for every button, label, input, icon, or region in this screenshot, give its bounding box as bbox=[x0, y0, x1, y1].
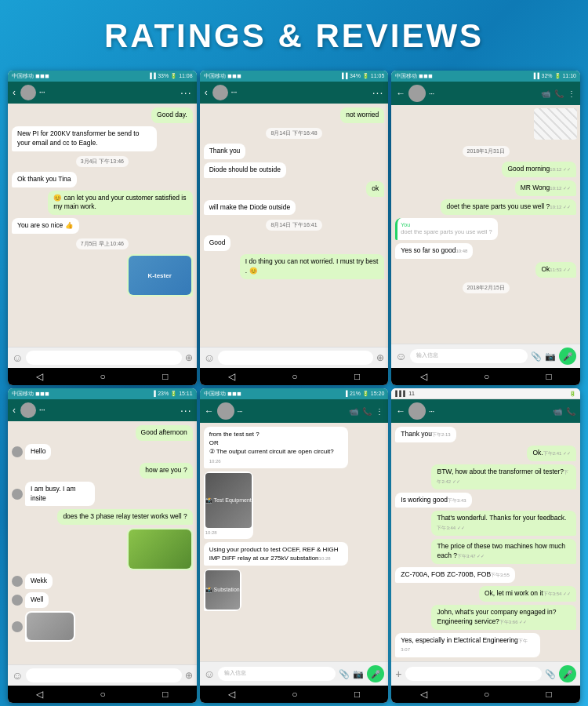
chat-body-1: Good day. New PI for 200KV transformer b… bbox=[8, 104, 197, 347]
nav-back-3[interactable]: ◁ bbox=[420, 371, 427, 382]
msg-4-3: how are you ? bbox=[140, 463, 192, 479]
header-icons-6: 📹 📞 bbox=[553, 407, 575, 416]
nav-recent-2[interactable]: □ bbox=[354, 371, 360, 382]
product-img bbox=[534, 108, 577, 140]
camera-icon-5[interactable]: 📷 bbox=[353, 669, 364, 679]
carrier-5: 中国移动 ◼◼◼ bbox=[204, 390, 241, 398]
date-2-2: 8月14日 下午16:41 bbox=[266, 220, 321, 231]
nav-bar-1: ◁ ○ □ bbox=[8, 368, 197, 385]
nav-home-2[interactable]: ○ bbox=[292, 371, 297, 382]
menu-icon-5[interactable]: ⋮ bbox=[376, 407, 383, 416]
mic-btn-5[interactable]: 🎤 bbox=[367, 665, 384, 682]
input-field-5[interactable]: 输入信息 bbox=[218, 667, 336, 681]
mic-btn-6[interactable]: 🎤 bbox=[559, 665, 576, 682]
nav-back-2[interactable]: ◁ bbox=[228, 371, 235, 382]
nav-recent-6[interactable]: □ bbox=[546, 689, 552, 700]
back-arrow-2[interactable]: ‹ bbox=[205, 87, 208, 98]
attach-btn-1[interactable]: ⊕ bbox=[185, 352, 193, 363]
nav-back-5[interactable]: ◁ bbox=[228, 689, 235, 700]
menu-icon-3[interactable]: ⋮ bbox=[568, 89, 575, 98]
nav-bar-2: ◁ ○ □ bbox=[200, 368, 389, 385]
emoji-btn-2[interactable]: ☺ bbox=[204, 351, 215, 364]
avatar-4 bbox=[20, 402, 36, 418]
menu-dots-4[interactable]: ··· bbox=[180, 404, 192, 417]
call-icon-5[interactable]: 📞 bbox=[362, 407, 372, 416]
video-icon-6[interactable]: 📹 bbox=[553, 407, 562, 416]
video-icon-5[interactable]: 📹 bbox=[349, 407, 358, 416]
nav-home-4[interactable]: ○ bbox=[100, 689, 106, 700]
emoji-btn-4[interactable]: ☺ bbox=[12, 669, 23, 682]
back-arrow-1[interactable]: ‹ bbox=[13, 87, 16, 98]
back-arrow-6[interactable]: ← bbox=[396, 406, 405, 417]
input-field-4[interactable] bbox=[26, 668, 181, 682]
emoji-btn-5[interactable]: ☺ bbox=[204, 668, 215, 680]
avatar-sm-4b bbox=[12, 489, 23, 500]
msg-3-1: Good morning10:12 ✓✓ bbox=[502, 162, 576, 177]
attach-icon-3[interactable]: 📎 bbox=[531, 351, 542, 362]
nav-back-6[interactable]: ◁ bbox=[420, 689, 427, 700]
msg-6-5: That's wonderful. Thanks for your feedba… bbox=[431, 511, 576, 536]
msg-6-7: ZC-700A, FOB ZC-700B, FOB下午3:55 bbox=[395, 567, 514, 583]
nav-recent-4[interactable]: □ bbox=[162, 689, 168, 700]
chat-input-4: ☺ ⊕ bbox=[8, 664, 197, 686]
chat-body-5: from the test set ?OR② The output curren… bbox=[200, 423, 389, 661]
msg-4-5: does the 3 phase relay tester works well… bbox=[57, 509, 192, 525]
input-field-3[interactable]: 输入信息 bbox=[410, 349, 528, 363]
msg-1-5: You are so nice 👍 bbox=[12, 218, 79, 234]
msg-5-1: from the test set ?OR② The output curren… bbox=[204, 427, 349, 468]
input-field-6[interactable] bbox=[405, 667, 542, 681]
attach-icon-6[interactable]: 📎 bbox=[545, 669, 556, 679]
phone-screen-5: 中国移动 ◼◼◼ ▌21% 🔋 15:20 ← ··· 📹 📞 ⋮ from t… bbox=[200, 388, 389, 703]
contact-name-1: ··· bbox=[39, 89, 177, 96]
msg-1-4: 😊 can let you and your customer satisfie… bbox=[48, 191, 193, 216]
header-icons-5: 📹 📞 ⋮ bbox=[349, 407, 383, 416]
msg-2-2: Thank you bbox=[204, 144, 246, 159]
call-icon-3[interactable]: 📞 bbox=[554, 89, 564, 98]
msg-6-9: John, what's your company engaged in? En… bbox=[431, 605, 576, 630]
add-btn-6[interactable]: + bbox=[395, 668, 401, 680]
contact-name-6: ··· bbox=[429, 408, 550, 415]
nav-back-1[interactable]: ◁ bbox=[36, 371, 43, 382]
avatar-3 bbox=[408, 85, 426, 102]
chat-header-2: ‹ ··· ··· bbox=[200, 82, 389, 104]
msg-4-img bbox=[127, 528, 193, 570]
attach-btn-2[interactable]: ⊕ bbox=[376, 352, 384, 363]
nav-home-1[interactable]: ○ bbox=[100, 371, 106, 382]
nav-home-5[interactable]: ○ bbox=[292, 689, 297, 700]
call-icon-6[interactable]: 📞 bbox=[566, 407, 575, 416]
emoji-btn-1[interactable]: ☺ bbox=[12, 351, 23, 364]
back-arrow-4[interactable]: ‹ bbox=[13, 405, 16, 416]
msg-6-2: Ok.下午2:41 ✓✓ bbox=[527, 446, 576, 461]
nav-home-3[interactable]: ○ bbox=[484, 371, 489, 382]
nav-bar-3: ◁ ○ □ bbox=[391, 368, 580, 385]
avatar-sm-4d bbox=[12, 595, 23, 606]
back-arrow-5[interactable]: ← bbox=[205, 406, 214, 417]
back-arrow-3[interactable]: ← bbox=[396, 88, 405, 99]
input-field-1[interactable] bbox=[26, 351, 181, 365]
chat-input-5: ☺ 输入信息 📎 📷 🎤 bbox=[200, 661, 389, 686]
avatar-2 bbox=[212, 85, 228, 100]
camera-icon-3[interactable]: 📷 bbox=[545, 351, 556, 362]
time-3: ▌▌32% 🔋 11:10 bbox=[534, 73, 576, 79]
attach-icon-5[interactable]: 📎 bbox=[339, 669, 350, 679]
msg-3-3: doet the spare parts you use well ?10:12… bbox=[441, 199, 576, 215]
nav-back-4[interactable]: ◁ bbox=[36, 689, 43, 700]
nav-bar-5: ◁ ○ □ bbox=[200, 686, 389, 703]
contact-name-4: ··· bbox=[39, 406, 177, 414]
mic-btn-3[interactable]: 🎤 bbox=[559, 348, 576, 365]
nav-recent-5[interactable]: □ bbox=[354, 689, 360, 700]
emoji-btn-3[interactable]: ☺ bbox=[395, 350, 406, 362]
msg-2-6: Good bbox=[204, 235, 231, 251]
menu-dots-2[interactable]: ··· bbox=[372, 86, 384, 99]
attach-btn-4[interactable]: ⊕ bbox=[185, 670, 193, 681]
avatar-sm-4e bbox=[12, 621, 23, 632]
input-field-2[interactable] bbox=[218, 351, 373, 365]
nav-recent-1[interactable]: □ bbox=[162, 371, 168, 382]
status-bar-2: 中国移动 ◼◼◼ ▌▌34% 🔋 11:05 bbox=[200, 71, 389, 82]
nav-home-6[interactable]: ○ bbox=[484, 689, 489, 700]
menu-dots-1[interactable]: ··· bbox=[180, 86, 192, 99]
contact-name-2: ··· bbox=[231, 89, 369, 96]
video-icon-3[interactable]: 📹 bbox=[541, 89, 550, 98]
msg-2-3: Diode should be outside bbox=[204, 162, 286, 178]
nav-recent-3[interactable]: □ bbox=[546, 371, 552, 382]
